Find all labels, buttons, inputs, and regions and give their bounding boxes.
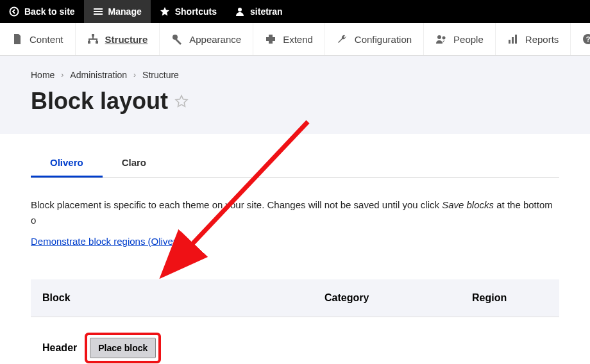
- people-icon: [435, 33, 447, 45]
- admin-tabs: Content Structure Appearance Extend Conf…: [0, 23, 590, 56]
- svg-rect-2: [94, 11, 103, 12]
- admin-toolbar: Back to site Manage Shortcuts sitetran: [0, 0, 590, 23]
- svg-rect-13: [515, 35, 517, 44]
- breadcrumb-structure[interactable]: Structure: [142, 70, 179, 80]
- th-category: Category: [324, 292, 472, 304]
- tab-extend-label: Extend: [283, 34, 313, 45]
- svg-rect-5: [92, 34, 94, 37]
- tab-configuration-label: Configuration: [355, 34, 412, 45]
- desc-emph: Save blocks: [442, 199, 494, 210]
- wrench-icon: [337, 33, 348, 45]
- tab-structure[interactable]: Structure: [76, 23, 160, 55]
- svg-rect-11: [509, 40, 510, 44]
- region-name: Header: [42, 342, 77, 354]
- chevron-right-icon: ›: [61, 70, 63, 79]
- toolbar-back-label: Back to site: [24, 6, 75, 17]
- svg-rect-7: [96, 41, 98, 44]
- tab-extend[interactable]: Extend: [253, 23, 325, 55]
- tab-reports[interactable]: Reports: [496, 23, 571, 55]
- user-icon: [235, 6, 245, 17]
- description-text: Block placement is specific to each them…: [31, 197, 559, 228]
- chevron-right-icon: ›: [133, 70, 136, 79]
- tab-appearance[interactable]: Appearance: [160, 23, 253, 55]
- content: Olivero Claro Block placement is specifi…: [0, 134, 590, 364]
- star-outline-icon[interactable]: [174, 94, 189, 108]
- breadcrumb: Home › Administration › Structure: [31, 70, 559, 80]
- help-icon: ?: [582, 33, 590, 45]
- svg-rect-12: [512, 37, 514, 44]
- toolbar-manage-label: Manage: [108, 6, 142, 17]
- svg-point-9: [437, 35, 441, 39]
- toolbar-user[interactable]: sitetran: [226, 0, 292, 23]
- svg-text:?: ?: [586, 35, 590, 43]
- appearance-icon: [171, 33, 183, 45]
- theme-tabs: Olivero Claro: [31, 149, 559, 178]
- svg-rect-1: [94, 8, 103, 10]
- svg-rect-6: [88, 41, 90, 44]
- extend-icon: [265, 33, 276, 45]
- desc-prefix: Block placement is specific to each them…: [31, 199, 442, 210]
- theme-tab-olivero[interactable]: Olivero: [31, 149, 103, 178]
- breadcrumb-administration[interactable]: Administration: [70, 70, 127, 80]
- tab-content-label: Content: [30, 34, 63, 45]
- tab-content[interactable]: Content: [0, 23, 76, 55]
- toolbar-manage[interactable]: Manage: [84, 0, 151, 23]
- hamburger-icon: [93, 6, 103, 17]
- tab-appearance-label: Appearance: [189, 34, 241, 45]
- th-block: Block: [42, 292, 324, 304]
- breadcrumb-home[interactable]: Home: [31, 70, 55, 80]
- block-table: Block Category Region Header Place block…: [31, 279, 559, 364]
- th-region: Region: [472, 292, 548, 304]
- toolbar-shortcuts[interactable]: Shortcuts: [151, 0, 226, 23]
- annotation-highlight: Place block: [85, 333, 161, 363]
- reports-icon: [507, 33, 519, 45]
- tab-people[interactable]: People: [424, 23, 496, 55]
- tab-people-label: People: [453, 34, 484, 45]
- page-title: Block layout: [31, 88, 168, 115]
- svg-point-4: [238, 8, 242, 12]
- tab-reports-label: Reports: [525, 34, 559, 45]
- svg-point-10: [442, 37, 446, 40]
- toolbar-user-label: sitetran: [250, 6, 283, 17]
- svg-rect-3: [94, 13, 103, 15]
- tab-configuration[interactable]: Configuration: [325, 23, 424, 55]
- toolbar-shortcuts-label: Shortcuts: [175, 6, 217, 17]
- tab-structure-label: Structure: [105, 34, 148, 45]
- back-arrow-icon: [9, 6, 19, 17]
- region-row-header: Header Place block: [31, 317, 559, 364]
- svg-point-0: [10, 8, 19, 16]
- structure-icon: [87, 33, 99, 45]
- star-icon: [160, 6, 170, 17]
- place-block-button[interactable]: Place block: [90, 338, 156, 358]
- theme-tab-claro[interactable]: Claro: [103, 149, 165, 178]
- file-icon: [12, 33, 23, 45]
- toolbar-back-to-site[interactable]: Back to site: [0, 0, 84, 23]
- tab-help[interactable]: ? Help: [571, 23, 590, 55]
- page-title-wrap: Block layout: [31, 88, 559, 115]
- demonstrate-regions-link[interactable]: Demonstrate block regions (Olivero): [31, 236, 185, 247]
- table-header: Block Category Region: [31, 279, 559, 317]
- header-area: Home › Administration › Structure Block …: [0, 56, 590, 134]
